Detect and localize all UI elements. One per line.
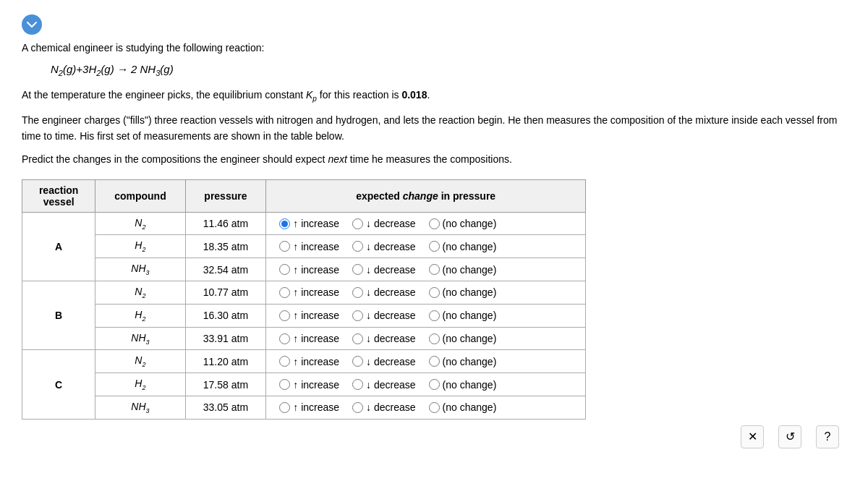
radio-nochange-n2-c[interactable] bbox=[429, 356, 440, 367]
radio-increase-n2-a[interactable] bbox=[279, 218, 290, 229]
decrease-label: ↓ decrease bbox=[366, 401, 415, 413]
nochange-option-h2-a[interactable]: (no change) bbox=[429, 241, 497, 252]
increase-option-h2-a[interactable]: ↑ increase bbox=[279, 241, 339, 252]
predict-text: Predict the changes in the compositions … bbox=[22, 153, 846, 165]
radio-increase-h2-b[interactable] bbox=[279, 310, 290, 321]
table-row: C N2 11.20 atm ↑ increase ↓ decrease (no… bbox=[22, 350, 586, 373]
col-header-compound: compound bbox=[95, 179, 185, 212]
radio-increase-n2-b[interactable] bbox=[279, 287, 290, 298]
radio-decrease-h2-b[interactable] bbox=[352, 310, 363, 321]
pressure-h2-c: 17.58 atm bbox=[185, 373, 266, 396]
options-h2-b[interactable]: ↑ increase ↓ decrease (no change) bbox=[266, 304, 586, 327]
table-row: H2 18.35 atm ↑ increase ↓ decrease (no c… bbox=[22, 235, 586, 258]
options-h2-a[interactable]: ↑ increase ↓ decrease (no change) bbox=[266, 235, 586, 258]
nochange-option-nh3-a[interactable]: (no change) bbox=[429, 264, 497, 276]
radio-increase-nh3-a[interactable] bbox=[279, 264, 290, 275]
options-nh3-b[interactable]: ↑ increase ↓ decrease (no change) bbox=[266, 327, 586, 350]
vessel-c: C bbox=[22, 350, 95, 419]
options-h2-c[interactable]: ↑ increase ↓ decrease (no change) bbox=[266, 373, 586, 396]
radio-nochange-nh3-c[interactable] bbox=[429, 402, 440, 413]
nochange-label: (no change) bbox=[443, 333, 497, 344]
decrease-option-nh3-b[interactable]: ↓ decrease bbox=[352, 333, 415, 344]
help-button[interactable]: ? bbox=[816, 425, 839, 448]
radio-decrease-nh3-a[interactable] bbox=[352, 264, 363, 275]
nochange-label: (no change) bbox=[443, 356, 497, 367]
nochange-label: (no change) bbox=[443, 218, 497, 229]
increase-option-n2-c[interactable]: ↑ increase bbox=[279, 356, 339, 367]
increase-label: ↑ increase bbox=[293, 264, 339, 276]
radio-increase-h2-c[interactable] bbox=[279, 379, 290, 390]
compound-n2-a: N2 bbox=[95, 212, 185, 235]
radio-decrease-nh3-b[interactable] bbox=[352, 333, 363, 344]
chemical-equation: N2(g)+3H2(g) → 2 NH3(g) bbox=[51, 63, 846, 77]
options-n2-c[interactable]: ↑ increase ↓ decrease (no change) bbox=[266, 350, 586, 373]
decrease-option-h2-a[interactable]: ↓ decrease bbox=[352, 241, 415, 252]
increase-option-h2-c[interactable]: ↑ increase bbox=[279, 379, 339, 391]
radio-decrease-nh3-c[interactable] bbox=[352, 402, 363, 413]
radio-decrease-n2-c[interactable] bbox=[352, 356, 363, 367]
decrease-option-h2-c[interactable]: ↓ decrease bbox=[352, 379, 415, 391]
increase-label: ↑ increase bbox=[293, 286, 339, 298]
radio-decrease-n2-a[interactable] bbox=[352, 218, 363, 229]
chevron-down-icon[interactable] bbox=[22, 14, 42, 35]
compound-nh3-c: NH3 bbox=[95, 396, 185, 420]
vessel-a: A bbox=[22, 212, 95, 281]
pressure-n2-b: 10.77 atm bbox=[185, 281, 266, 305]
radio-nochange-h2-b[interactable] bbox=[429, 310, 440, 321]
table-row: H2 16.30 atm ↑ increase ↓ decrease (no c… bbox=[22, 304, 586, 327]
radio-increase-n2-c[interactable] bbox=[279, 356, 290, 367]
compound-h2-a: H2 bbox=[95, 235, 185, 258]
nochange-option-h2-b[interactable]: (no change) bbox=[429, 310, 497, 321]
decrease-label: ↓ decrease bbox=[366, 218, 415, 229]
pressure-nh3-a: 32.54 atm bbox=[185, 258, 266, 281]
radio-nochange-h2-a[interactable] bbox=[429, 241, 440, 252]
radio-nochange-n2-b[interactable] bbox=[429, 287, 440, 298]
radio-decrease-n2-b[interactable] bbox=[352, 287, 363, 298]
radio-nochange-nh3-b[interactable] bbox=[429, 333, 440, 344]
decrease-option-nh3-c[interactable]: ↓ decrease bbox=[352, 401, 415, 413]
increase-option-nh3-a[interactable]: ↑ increase bbox=[279, 264, 339, 276]
col-header-pressure: pressure bbox=[185, 179, 266, 212]
radio-increase-h2-a[interactable] bbox=[279, 241, 290, 252]
options-n2-b[interactable]: ↑ increase ↓ decrease (no change) bbox=[266, 281, 586, 305]
nochange-label: (no change) bbox=[443, 310, 497, 321]
radio-decrease-h2-a[interactable] bbox=[352, 241, 363, 252]
increase-option-n2-a[interactable]: ↑ increase bbox=[279, 218, 339, 229]
increase-option-nh3-c[interactable]: ↑ increase bbox=[279, 401, 339, 413]
radio-increase-nh3-b[interactable] bbox=[279, 333, 290, 344]
decrease-label: ↓ decrease bbox=[366, 286, 415, 298]
increase-label: ↑ increase bbox=[293, 333, 339, 344]
undo-button[interactable]: ↺ bbox=[778, 425, 801, 448]
nochange-option-n2-b[interactable]: (no change) bbox=[429, 286, 497, 298]
col-header-vessel: reactionvessel bbox=[22, 179, 95, 212]
radio-increase-nh3-c[interactable] bbox=[279, 402, 290, 413]
decrease-option-n2-c[interactable]: ↓ decrease bbox=[352, 356, 415, 367]
increase-label: ↑ increase bbox=[293, 401, 339, 413]
options-n2-a[interactable]: ↑ increase ↓ decrease (no change) bbox=[266, 212, 586, 235]
nochange-option-nh3-c[interactable]: (no change) bbox=[429, 401, 497, 413]
radio-nochange-n2-a[interactable] bbox=[429, 218, 440, 229]
increase-option-h2-b[interactable]: ↑ increase bbox=[279, 310, 339, 321]
nochange-option-nh3-b[interactable]: (no change) bbox=[429, 333, 497, 344]
nochange-option-n2-c[interactable]: (no change) bbox=[429, 356, 497, 367]
decrease-option-n2-b[interactable]: ↓ decrease bbox=[352, 286, 415, 298]
table-header: reactionvessel compound pressure expecte… bbox=[22, 179, 586, 212]
options-nh3-c[interactable]: ↑ increase ↓ decrease (no change) bbox=[266, 396, 586, 420]
increase-option-nh3-b[interactable]: ↑ increase bbox=[279, 333, 339, 344]
compound-n2-c: N2 bbox=[95, 350, 185, 373]
decrease-option-nh3-a[interactable]: ↓ decrease bbox=[352, 264, 415, 276]
nochange-option-n2-a[interactable]: (no change) bbox=[429, 218, 497, 229]
radio-nochange-h2-c[interactable] bbox=[429, 379, 440, 390]
radio-nochange-nh3-a[interactable] bbox=[429, 264, 440, 275]
options-nh3-a[interactable]: ↑ increase ↓ decrease (no change) bbox=[266, 258, 586, 281]
nochange-option-h2-c[interactable]: (no change) bbox=[429, 379, 497, 391]
increase-option-n2-b[interactable]: ↑ increase bbox=[279, 286, 339, 298]
intro-text: A chemical engineer is studying the foll… bbox=[22, 41, 846, 56]
decrease-option-h2-b[interactable]: ↓ decrease bbox=[352, 310, 415, 321]
nochange-label: (no change) bbox=[443, 401, 497, 413]
nochange-label: (no change) bbox=[443, 241, 497, 252]
col-header-expected: expected change in pressure bbox=[266, 179, 586, 212]
close-button[interactable]: ✕ bbox=[741, 425, 764, 448]
radio-decrease-h2-c[interactable] bbox=[352, 379, 363, 390]
decrease-option-n2-a[interactable]: ↓ decrease bbox=[352, 218, 415, 229]
